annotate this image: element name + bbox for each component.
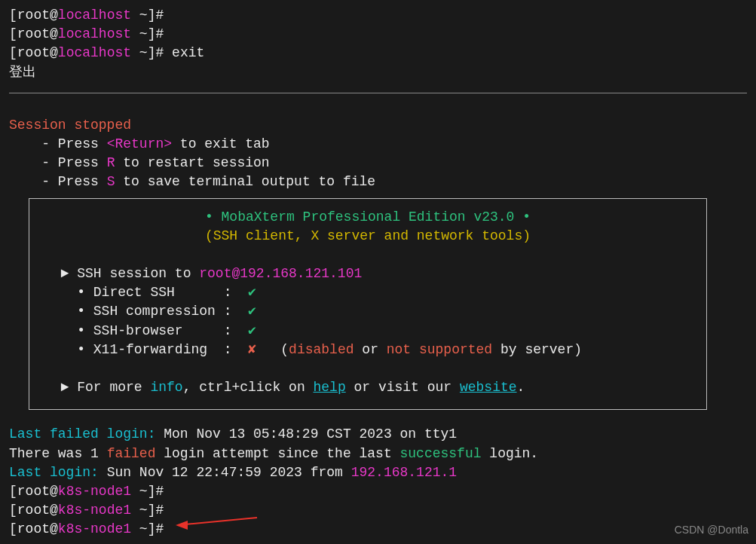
info-link[interactable]: info: [150, 380, 182, 395]
blank: [44, 359, 691, 378]
failed-attempts: There was 1 failed login attempt since t…: [9, 445, 747, 463]
svg-marker-1: [176, 521, 188, 530]
ssh-session: ► SSH session to root@192.168.121.101: [44, 264, 691, 283]
help-link[interactable]: help: [313, 380, 345, 395]
hint-restart: - Press R to restart session: [9, 154, 747, 173]
feat-ssh-compression: • SSH compression : ✔: [44, 302, 691, 321]
banner-title: • MobaXterm Professional Edition v23.0 •: [44, 208, 691, 227]
svg-line-0: [185, 518, 257, 524]
check-icon: ✔: [248, 304, 256, 319]
blank: [44, 246, 691, 264]
prompt-line-exit: [root@localhost ~]# exit: [9, 44, 747, 63]
hint-return: - Press <Return> to exit tab: [9, 135, 747, 154]
last-login: Last login: Sun Nov 12 22:47:59 2023 fro…: [9, 463, 747, 482]
session-stopped: Session stopped: [9, 116, 747, 135]
logout-text: 登出: [9, 63, 747, 82]
banner-subtitle: (SSH client, X server and network tools): [44, 227, 691, 246]
arrow-annotation-icon: [176, 515, 259, 533]
feat-direct-ssh: • Direct SSH : ✔: [44, 283, 691, 302]
more-info-line: ► For more info, ctrl+click on help or v…: [44, 378, 691, 397]
hint-save: - Press S to save terminal output to fil…: [9, 173, 747, 191]
prompt-new-1: [root@k8s-node1 ~]#: [9, 482, 747, 501]
prompt-line-1: [root@localhost ~]#: [9, 6, 747, 25]
watermark: CSDN @Dontla: [675, 523, 748, 538]
last-failed-login: Last failed login: Mon Nov 13 05:48:29 C…: [9, 425, 747, 444]
prompt-new-2: [root@k8s-node1 ~]#: [9, 501, 747, 520]
prompt-new-3: [root@k8s-node1 ~]#: [9, 520, 747, 539]
feat-ssh-browser: • SSH-browser : ✔: [44, 322, 691, 341]
mobaxterm-banner-box: • MobaXterm Professional Edition v23.0 •…: [29, 198, 707, 411]
feat-x11-forwarding: • X11-forwarding : ✘ (disabled or not su…: [44, 341, 691, 359]
divider: [9, 93, 747, 93]
check-icon: ✔: [248, 285, 256, 300]
prompt-line-2: [root@localhost ~]#: [9, 25, 747, 44]
cross-icon: ✘: [248, 342, 256, 357]
check-icon: ✔: [248, 323, 256, 338]
website-link[interactable]: website: [460, 380, 517, 395]
